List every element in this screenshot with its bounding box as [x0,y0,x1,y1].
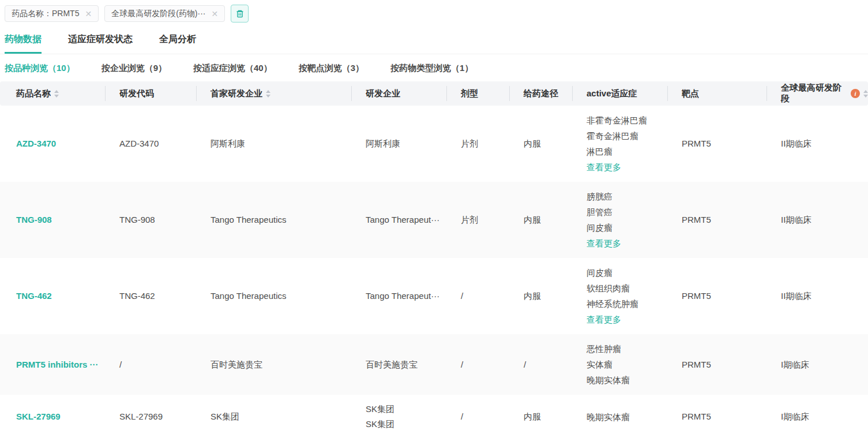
tab-drug-data[interactable]: 药物数据 [5,33,42,54]
rd-code-cell: TNG-908 [106,205,197,234]
subtab-by-company[interactable]: 按企业浏览（9） [102,63,167,74]
col-header-rd-code: 研发代码 [106,81,197,106]
first-company-cell: Tango Therapeutics [197,282,352,310]
first-company-cell: SK集团 [197,402,352,431]
drug-name-link[interactable]: SKL-27969 [16,411,61,421]
table-row: AZD-3470 AZD-3470 阿斯利康 阿斯利康 片剂 内服 非霍奇金淋巴… [0,106,868,182]
indication: 霍奇金淋巴瘤 [587,128,662,144]
table-row: TNG-908 TNG-908 Tango Therapeutics Tango… [0,182,868,258]
col-label: 研发企业 [366,88,400,99]
dosage-form-cell: / [447,350,510,379]
col-header-company: 研发企业 [352,81,447,106]
filter-chip-drug-name: 药品名称：PRMT5 ✕ [5,5,99,22]
col-header-drug-name: 药品名称 [0,81,106,106]
indications-cell: 恶性肿瘤 实体瘤 晚期实体瘤 [573,334,668,395]
target-cell: PRMT5 [668,282,767,310]
view-more-link[interactable]: 查看更多 [587,312,662,327]
indication: 胆管癌 [587,204,662,220]
close-icon[interactable]: ✕ [85,10,92,18]
target-cell: PRMT5 [668,350,767,379]
dosage-form-cell: / [447,282,510,310]
stage-cell: I期临床 [767,402,868,431]
table-row: PRMT5 inhibitors ··· / 百时美施贵宝 百时美施贵宝 / /… [0,334,868,395]
indications-cell: 非霍奇金淋巴瘤 霍奇金淋巴瘤 淋巴瘤 查看更多 [573,106,668,182]
target-cell: PRMT5 [668,129,767,158]
route-cell: 内服 [510,282,573,310]
trash-icon [235,9,245,18]
indication: 神经系统肿瘤 [587,296,662,312]
sort-icon[interactable] [266,90,270,98]
indication: 晚期实体瘤 [587,409,662,425]
company-cell: Tango Therapeut··· [352,282,447,310]
filter-chip-highest-stage: 全球最高研发阶段(药物)··· ✕ [104,5,225,22]
subtab-by-variety[interactable]: 按品种浏览（10） [5,63,75,74]
indication: 恶性肿瘤 [587,341,662,357]
indication: 实体瘤 [587,357,662,372]
stage-cell: II期临床 [767,282,868,310]
dosage-form-cell: 片剂 [447,205,510,234]
subtab-by-target[interactable]: 按靶点浏览（3） [299,63,364,74]
rd-code-cell: TNG-462 [106,282,197,310]
indication: 淋巴瘤 [587,144,662,159]
dosage-form-cell: 片剂 [447,129,510,158]
browse-subtabs: 按品种浏览（10） 按企业浏览（9） 按适应症浏览（40） 按靶点浏览（3） 按… [0,63,868,74]
clear-filters-button[interactable] [231,5,249,23]
rd-code-cell: AZD-3470 [106,129,197,158]
subtab-by-indication[interactable]: 按适应症浏览（40） [193,63,272,74]
col-label: 研发代码 [119,88,154,99]
view-more-link[interactable]: 查看更多 [587,235,662,251]
col-label: 给药途径 [524,88,558,99]
sort-icon[interactable] [863,90,868,98]
col-label: 剂型 [461,88,478,99]
col-label: 首家研发企业 [211,88,262,99]
company-cell: SK集团 SK集团 [352,395,447,434]
tab-global-analysis[interactable]: 全局分析 [159,33,196,54]
tab-indication-rd-status[interactable]: 适应症研发状态 [68,33,133,54]
table-header: 药品名称 研发代码 首家研发企业 研发企业 剂型 给药途径 active适应症 … [0,81,868,106]
route-cell: 内服 [510,205,573,234]
col-label: 药品名称 [16,88,51,99]
drug-name-link[interactable]: PRMT5 inhibitors ··· [16,360,99,369]
rd-code-cell: SKL-27969 [106,402,197,431]
drug-name-link[interactable]: AZD-3470 [16,139,56,148]
target-cell: PRMT5 [668,205,767,234]
rd-code-cell: / [106,350,197,379]
col-header-highest-stage: 全球最高研发阶段 i [767,81,868,106]
close-icon[interactable]: ✕ [212,10,219,18]
indications-cell: 膀胱癌 胆管癌 间皮瘤 查看更多 [573,182,668,258]
col-header-route: 给药途径 [510,81,573,106]
col-header-dosage-form: 剂型 [447,81,510,106]
first-company-cell: 阿斯利康 [197,129,352,158]
sort-icon[interactable] [54,90,59,98]
company-cell: 阿斯利康 [352,129,447,158]
route-cell: 内服 [510,129,573,158]
indication: 间皮瘤 [587,265,662,280]
main-tabs: 药物数据 适应症研发状态 全局分析 [0,33,868,54]
route-cell: / [510,350,573,379]
first-company-cell: 百时美施贵宝 [197,350,352,379]
dosage-form-cell: / [447,402,510,431]
subtab-by-drug-type[interactable]: 按药物类型浏览（1） [390,63,473,74]
stage-cell: II期临床 [767,129,868,158]
stage-cell: I期临床 [767,350,868,379]
col-header-first-company: 首家研发企业 [197,81,352,106]
indications-cell: 间皮瘤 软组织肉瘤 神经系统肿瘤 查看更多 [573,258,668,334]
table-row: SKL-27969 SKL-27969 SK集团 SK集团 SK集团 / 内服 … [0,395,868,434]
col-header-active-indication: active适应症 [573,81,668,106]
info-icon[interactable]: i [851,89,860,98]
drug-name-link[interactable]: TNG-908 [16,215,52,225]
indication: 间皮瘤 [587,220,662,235]
target-cell: PRMT5 [668,402,767,431]
stage-cell: II期临床 [767,205,868,234]
company-cell: Tango Therapeut··· [352,205,447,234]
first-company-cell: Tango Therapeutics [197,205,352,234]
drug-name-link[interactable]: TNG-462 [16,291,52,301]
drug-table: 药品名称 研发代码 首家研发企业 研发企业 剂型 给药途径 active适应症 … [0,81,868,434]
col-header-target: 靶点 [668,81,767,106]
view-more-link[interactable]: 查看更多 [587,159,662,175]
col-label: active适应症 [587,88,637,99]
indication: 膀胱癌 [587,189,662,204]
filter-chip-label: 全球最高研发阶段(药物)··· [111,9,205,19]
table-row: TNG-462 TNG-462 Tango Therapeutics Tango… [0,258,868,334]
company-line: SK集团 [366,417,441,432]
